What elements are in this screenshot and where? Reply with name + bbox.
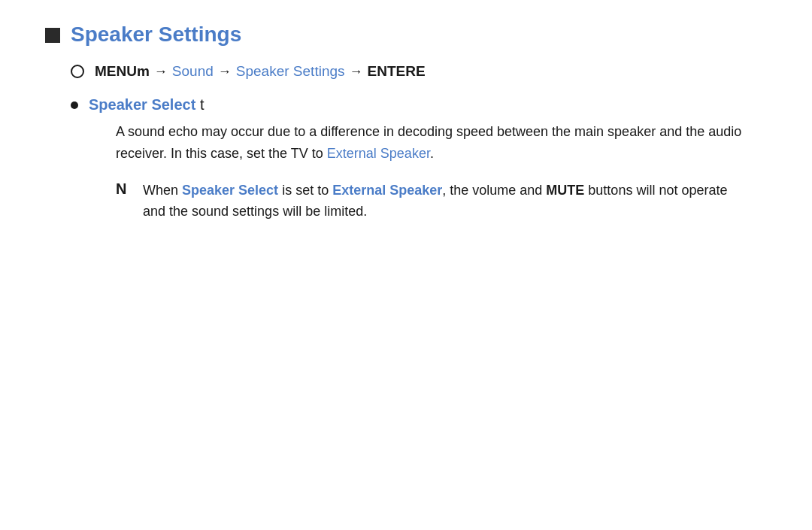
menu-path-row: MENUm → Sound → Speaker Settings → ENTER… (71, 63, 767, 80)
note-between: is set to (278, 183, 332, 198)
arrow-1: → (154, 64, 168, 80)
note-row: N When Speaker Select is set to External… (116, 180, 747, 223)
note-before-link1: When (143, 183, 182, 198)
arrow-3: → (350, 64, 363, 80)
circle-icon (71, 65, 84, 78)
external-speaker-note-link: External Speaker (332, 183, 442, 198)
page-title: Speaker Settings (71, 23, 241, 47)
speaker-select-label: Speaker Select (89, 96, 195, 113)
description-after-link: . (430, 146, 434, 161)
bullet-row: Speaker Select t (71, 96, 767, 114)
page-container: Speaker Settings MENUm → Sound → Speaker… (0, 0, 812, 257)
note-letter: N (116, 180, 129, 198)
enter-label: ENTER (368, 63, 416, 80)
note-text: When Speaker Select is set to External S… (143, 180, 747, 223)
bullet-section: Speaker Select t A sound echo may occur … (71, 96, 767, 223)
menu-suffix: m (137, 63, 150, 80)
external-speaker-link-1: External Speaker (327, 146, 430, 161)
arrow-2: → (218, 64, 232, 80)
menu-keyword: MENU (95, 63, 137, 80)
sound-link: Sound (172, 63, 214, 80)
speaker-select-note-link: Speaker Select (182, 183, 278, 198)
enter-suffix: E (416, 63, 426, 80)
speaker-settings-link: Speaker Settings (236, 63, 345, 80)
bullet-label-suffix: t (195, 96, 204, 113)
heading-row: Speaker Settings (45, 23, 767, 47)
heading-square-icon (45, 28, 60, 43)
note-after: , the volume and (442, 183, 546, 198)
mute-bold-label: MUTE (546, 183, 584, 198)
description-text: A sound echo may occur due to a differen… (116, 121, 747, 165)
bullet-dot-icon (71, 101, 78, 109)
bullet-label-container: Speaker Select t (89, 96, 204, 114)
